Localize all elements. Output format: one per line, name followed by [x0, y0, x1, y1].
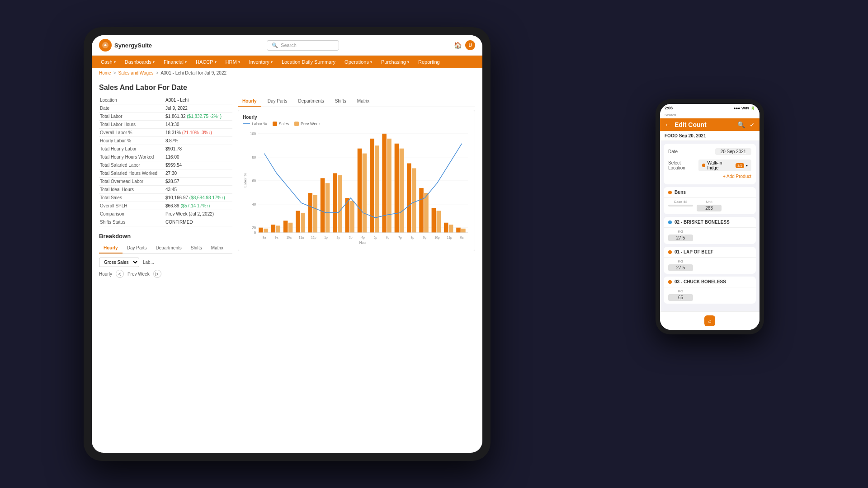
- phone-date-value[interactable]: 20 Sep 2021: [715, 148, 751, 155]
- breakdown-controls: Gross Sales Lab...: [99, 258, 232, 267]
- product-input-value[interactable]: 27.5: [668, 264, 693, 271]
- nav-financial[interactable]: Financial ▾: [159, 56, 191, 68]
- chart-tab-departments[interactable]: Departments: [294, 96, 329, 107]
- nav-location-daily-summary[interactable]: Location Daily Summary: [277, 56, 340, 68]
- chart-title: Hourly: [243, 115, 470, 120]
- add-product-button[interactable]: + Add Product: [668, 172, 751, 181]
- info-value: $10,166.97 ($8,684.93 17%↑): [165, 194, 232, 202]
- info-label: Location: [99, 96, 165, 104]
- product-inputs: KG65: [664, 287, 756, 304]
- info-row: Overall SPLH$66.89 ($57.14 17%↑): [99, 202, 232, 210]
- home-icon[interactable]: 🏠: [454, 42, 462, 49]
- info-label: Total Sales: [99, 194, 165, 202]
- logo-icon: [99, 39, 112, 52]
- gross-sales-select[interactable]: Gross Sales: [99, 258, 139, 267]
- search-bar[interactable]: 🔍 Search: [267, 40, 339, 51]
- nav-dashboards[interactable]: Dashboards ▾: [120, 56, 159, 68]
- prev-bar: [326, 183, 330, 232]
- breadcrumb-sep-2: >: [156, 70, 159, 75]
- product-name: 01 - LAP OF BEEF: [675, 249, 751, 254]
- home-icon: ⌂: [708, 318, 711, 324]
- nav-reporting[interactable]: Reporting: [414, 56, 444, 68]
- phone-location-row: Select Location Walk-in fridge 3/5 ▾: [668, 159, 751, 172]
- phone-back-button[interactable]: ←: [665, 121, 671, 128]
- breakdown-tab-matrix[interactable]: Matrix: [207, 243, 228, 253]
- phone-products-container: BunsCase 48Unit26302 - BRISKET BONELESSK…: [660, 187, 760, 306]
- breakdown-tab-day-parts[interactable]: Day Parts: [123, 243, 151, 253]
- phone-location-label: Select Location: [668, 160, 698, 170]
- phone-search-icon[interactable]: 🔍: [737, 121, 745, 128]
- tablet-screen: SynergySuite 🔍 Search 🏠 U Cash ▾ Dashboa…: [92, 35, 482, 453]
- product-input-value[interactable]: 65: [668, 294, 693, 301]
- nav-cash[interactable]: Cash ▾: [96, 56, 120, 68]
- breakdown-title: Breakdown: [99, 233, 232, 239]
- product-header: Buns: [664, 187, 756, 198]
- breadcrumb-home[interactable]: Home: [99, 70, 111, 75]
- nav-inventory[interactable]: Inventory ▾: [245, 56, 277, 68]
- info-label: Total Ideal Hours: [99, 186, 165, 194]
- prev-bar: [375, 145, 379, 233]
- product-section: 01 - LAP OF BEEFKG27.5: [664, 247, 756, 274]
- product-dot: [668, 221, 672, 224]
- x-label: 6p: [386, 235, 390, 239]
- info-row: LocationA001 - Lehi: [99, 96, 232, 104]
- product-name: 02 - BRISKET BONELESS: [675, 220, 751, 225]
- breadcrumb-sales-wages[interactable]: Sales and Wages: [118, 70, 154, 75]
- nav-operations[interactable]: Operations ▾: [340, 56, 377, 68]
- breakdown-tab-shifts[interactable]: Shifts: [186, 243, 207, 253]
- prev-bar: [449, 225, 453, 233]
- sales-bar: [444, 223, 448, 233]
- product-section: 03 - CHUCK BONELESSKG65: [664, 277, 756, 304]
- svg-text:20: 20: [252, 226, 256, 230]
- prev-week-right-btn[interactable]: ▷: [153, 270, 161, 278]
- battery-icon: 🔋: [750, 106, 755, 110]
- breakdown-tab-hourly[interactable]: Hourly: [99, 243, 123, 253]
- product-input-value[interactable]: 27.5: [668, 235, 693, 241]
- phone-food-label: FOOD Sep 20, 2021: [665, 133, 706, 138]
- chart-tabs: HourlyDay PartsDepartmentsShiftsMatrix: [238, 96, 475, 107]
- phone-home-button[interactable]: ⌂: [704, 315, 715, 326]
- phone-search-hint: Search: [660, 112, 760, 118]
- phone-header-title: Edit Count: [675, 121, 734, 128]
- sales-bar: [407, 163, 411, 232]
- chart-tab-shifts[interactable]: Shifts: [330, 96, 351, 107]
- product-input-label: Unit: [706, 200, 712, 204]
- prev-bar: [437, 211, 441, 233]
- x-label: 8a: [263, 235, 266, 239]
- phone-location-select[interactable]: Walk-in fridge 3/5 ▾: [698, 160, 751, 171]
- breakdown-tab-departments[interactable]: Departments: [151, 243, 186, 253]
- phone-check-icon[interactable]: ✓: [750, 121, 755, 128]
- prev-bar: [301, 213, 305, 233]
- prev-bar: [412, 168, 416, 232]
- product-input-col: Case 48: [668, 200, 693, 211]
- info-row: ComparisonPrev Week (Jul 2, 2022): [99, 210, 232, 218]
- chart-tab-matrix[interactable]: Matrix: [353, 96, 374, 107]
- x-label: 1p: [324, 235, 328, 239]
- breadcrumb: Home > Sales and Wages > A001 - Lehi Det…: [92, 68, 482, 78]
- page-title: Sales And Labor For Date: [99, 84, 475, 92]
- product-header: 02 - BRISKET BONELESS: [664, 217, 756, 228]
- user-avatar[interactable]: U: [465, 40, 475, 50]
- svg-text:Labor %: Labor %: [243, 173, 247, 188]
- chart-tab-hourly[interactable]: Hourly: [238, 96, 261, 107]
- legend-item: Labor %: [243, 122, 267, 126]
- prev-bar: [338, 175, 342, 233]
- nav-purchasing[interactable]: Purchasing ▾: [377, 56, 414, 68]
- svg-text:Hour: Hour: [359, 240, 367, 244]
- prev-bar: [288, 223, 293, 233]
- info-label: Total Hourly Labor: [99, 145, 165, 153]
- search-icon: 🔍: [272, 42, 278, 48]
- chart-tab-day-parts[interactable]: Day Parts: [263, 96, 292, 107]
- product-input-value[interactable]: [668, 205, 693, 206]
- x-label: 10p: [434, 235, 439, 239]
- nav-haccp[interactable]: HACCP ▾: [191, 56, 221, 68]
- product-input-col: KG27.5: [668, 230, 693, 241]
- caret-icon: ▾: [238, 60, 240, 64]
- right-panel: HourlyDay PartsDepartmentsShiftsMatrix H…: [238, 96, 475, 447]
- phone-body: Date 20 Sep 2021 Select Location Walk-in…: [660, 141, 760, 311]
- info-row: Total Labor Hours143:30: [99, 121, 232, 129]
- nav-hrm[interactable]: HRM ▾: [221, 56, 245, 68]
- legend-label: Sales: [279, 122, 289, 126]
- product-input-value[interactable]: 263: [697, 205, 722, 211]
- prev-week-left-btn[interactable]: ◁: [116, 270, 124, 278]
